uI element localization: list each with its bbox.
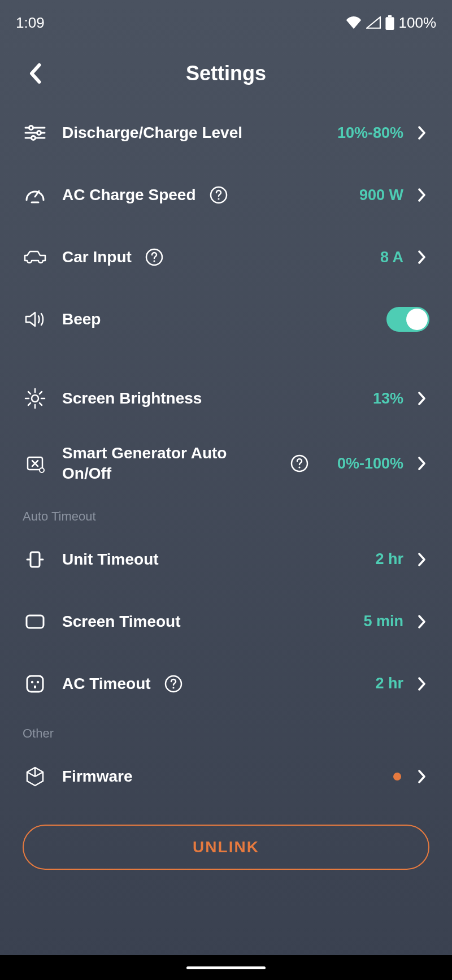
chevron-right-icon [415,125,429,140]
svg-point-6 [37,131,41,135]
unlink-button[interactable]: UNLINK [23,825,429,870]
chevron-right-icon [415,614,429,629]
help-button[interactable] [289,453,310,474]
help-button[interactable] [144,247,164,267]
unlink-label: UNLINK [193,838,259,856]
row-value: 5 min [363,613,403,630]
row-label: Firmware [62,766,133,787]
svg-rect-30 [27,615,44,628]
row-label: Discharge/Charge Level [62,123,242,143]
cell-signal-icon [366,16,381,29]
svg-point-11 [218,198,219,200]
help-icon [290,454,308,472]
row-value: 8 A [380,249,403,266]
beep-toggle[interactable] [386,307,429,332]
row-value: 2 hr [375,675,403,692]
row-value: 13% [373,390,403,407]
nav-bar [0,955,452,980]
section-auto-timeout: Auto Timeout [23,498,429,528]
page-title: Settings [186,62,266,85]
update-dot-indicator [393,773,401,780]
row-label: Smart Generator Auto On/Off [62,443,277,484]
row-car-input[interactable]: Car Input 8 A [23,226,429,288]
row-beep: Beep [23,288,429,350]
help-icon [164,675,182,693]
status-battery: 100% [399,14,437,32]
car-icon [23,245,47,270]
section-other: Other [23,715,429,745]
chevron-right-icon [415,677,429,691]
gauge-icon [23,183,47,207]
nav-pill[interactable] [186,966,266,969]
settings-list: Discharge/Charge Level 10%-80% AC Charge… [0,102,452,808]
chevron-right-icon [415,456,429,471]
row-value: 10%-80% [337,124,403,142]
svg-point-32 [31,681,33,683]
help-button[interactable] [208,185,229,205]
row-label: Screen Timeout [62,612,181,632]
chevron-right-icon [415,552,429,567]
svg-rect-1 [388,15,392,17]
row-screen-brightness[interactable]: Screen Brightness 13% [23,367,429,430]
svg-line-22 [40,392,42,394]
toggle-knob [406,309,428,330]
chevron-right-icon [415,188,429,202]
sliders-icon [23,120,47,145]
brightness-icon [23,386,47,411]
row-firmware[interactable]: Firmware [23,745,429,808]
status-time: 1:09 [16,14,45,32]
svg-point-13 [153,260,155,262]
row-label: Car Input [62,247,132,267]
svg-point-7 [32,136,36,140]
row-label: Beep [62,309,101,329]
row-ac-timeout[interactable]: AC Timeout 2 hr [23,653,429,715]
row-value: 2 hr [375,550,403,568]
row-value: 900 W [359,187,403,204]
svg-point-5 [29,126,33,130]
row-smart-generator[interactable]: Smart Generator Auto On/Off 0%-100% [23,430,429,498]
svg-rect-27 [31,552,40,567]
help-icon [210,186,228,204]
svg-line-20 [40,403,42,405]
back-button[interactable] [24,62,46,85]
svg-point-26 [298,467,300,469]
help-button[interactable] [163,674,184,694]
screen-icon [23,609,47,634]
chevron-right-icon [415,769,429,784]
svg-line-19 [28,392,31,394]
help-icon [145,248,163,266]
wifi-icon [346,16,362,29]
row-value: 0%-100% [337,455,403,472]
outlet-icon [23,671,47,696]
svg-rect-34 [34,686,36,688]
svg-point-36 [172,687,174,688]
row-unit-timeout[interactable]: Unit Timeout 2 hr [23,528,429,591]
row-ac-charge-speed[interactable]: AC Charge Speed 900 W [23,164,429,226]
unit-icon [23,547,47,572]
header: Settings [0,45,452,102]
chevron-right-icon [415,250,429,264]
row-label: AC Charge Speed [62,185,196,205]
row-label: Screen Brightness [62,388,202,409]
svg-point-24 [40,468,44,472]
row-label: AC Timeout [62,674,151,694]
svg-point-33 [37,681,39,683]
row-discharge-level[interactable]: Discharge/Charge Level 10%-80% [23,102,429,164]
status-bar: 1:09 100% [0,0,452,34]
battery-icon [385,15,394,30]
generator-icon [23,451,47,476]
row-label: Unit Timeout [62,549,159,570]
chevron-left-icon [29,63,41,84]
chevron-right-icon [415,391,429,406]
status-right: 100% [346,14,437,32]
cube-icon [23,764,47,789]
svg-line-21 [28,403,31,405]
svg-rect-0 [385,17,394,30]
svg-rect-31 [27,676,43,692]
svg-point-14 [32,395,38,402]
speaker-icon [23,307,47,332]
row-screen-timeout[interactable]: Screen Timeout 5 min [23,591,429,653]
